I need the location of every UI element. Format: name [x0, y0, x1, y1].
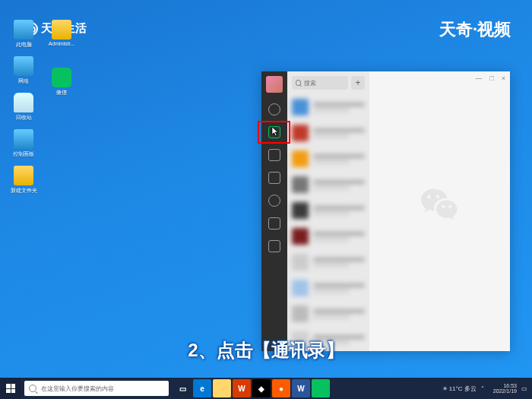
- desktop-icon-new-folder[interactable]: 新建文件夹: [5, 166, 43, 195]
- wps-icon[interactable]: W: [233, 379, 251, 397]
- desktop-icon-control-panel[interactable]: 控制面板: [5, 129, 43, 158]
- cursor-icon: [271, 126, 280, 137]
- list-item[interactable]: [287, 172, 369, 198]
- explorer-icon[interactable]: [213, 379, 231, 397]
- wechat-taskbar-icon[interactable]: [312, 379, 330, 397]
- app2-icon[interactable]: ●: [272, 379, 290, 397]
- close-button[interactable]: ×: [502, 74, 505, 82]
- phone-icon[interactable]: [268, 240, 280, 252]
- favorites-icon[interactable]: [268, 149, 280, 161]
- task-view-icon[interactable]: ▭: [173, 379, 192, 397]
- pinned-apps: ▭ e W ◆ ● W: [173, 379, 330, 397]
- folder-icon: [14, 166, 33, 185]
- chat-main-panel: — □ ×: [369, 71, 510, 351]
- weather-widget[interactable]: ☀ 11°C 多云: [442, 385, 477, 393]
- start-button[interactable]: [0, 378, 21, 399]
- wechat-watermark-icon: [417, 183, 463, 239]
- edge-icon[interactable]: e: [193, 379, 211, 397]
- minimize-button[interactable]: —: [475, 74, 482, 82]
- network-icon: [14, 56, 33, 76]
- desktop-icon-wechat[interactable]: 微信: [43, 68, 81, 97]
- user-folder-icon: [52, 20, 71, 40]
- maximize-button[interactable]: □: [489, 74, 493, 82]
- desktop-icon-recycle-bin[interactable]: 回收站: [5, 93, 43, 122]
- watermark-right: 天奇·视频: [439, 18, 511, 41]
- taskbar-search-placeholder: 在这里输入你要搜索的内容: [41, 385, 114, 393]
- list-item[interactable]: [287, 120, 369, 146]
- chat-items[interactable]: [287, 94, 369, 351]
- chat-icon[interactable]: [268, 103, 280, 116]
- search-icon: [29, 385, 36, 392]
- list-item[interactable]: [287, 223, 369, 249]
- system-tray: ☀ 11°C 多云 ˄ 16:53 2022/1/19 ▭: [442, 383, 533, 394]
- window-controls: — □ ×: [475, 74, 505, 82]
- pc-icon: [14, 20, 33, 40]
- mini-program-icon[interactable]: [268, 217, 280, 230]
- desktop-icon-network[interactable]: 网络: [5, 56, 43, 85]
- chat-list-panel: +: [287, 71, 369, 351]
- word-icon[interactable]: W: [292, 379, 310, 397]
- app-icon[interactable]: ◆: [252, 379, 271, 397]
- clock[interactable]: 16:53 2022/1/19: [493, 383, 517, 394]
- search-field[interactable]: [304, 80, 344, 87]
- list-item[interactable]: [287, 94, 369, 120]
- list-item[interactable]: [287, 275, 369, 301]
- tray-chevron-icon[interactable]: ˄: [481, 385, 484, 392]
- wechat-window: ≡ + — □ ×: [261, 71, 510, 351]
- tutorial-caption: 2、点击【通讯录】: [188, 338, 344, 363]
- wechat-icon: [52, 68, 71, 87]
- taskbar-search[interactable]: 在这里输入你要搜索的内容: [24, 381, 169, 396]
- recycle-bin-icon: [14, 93, 33, 112]
- moments-icon[interactable]: [268, 195, 280, 207]
- desktop-icons-col2: Administr... 微信: [43, 20, 134, 104]
- windows-icon: [6, 384, 15, 393]
- files-icon[interactable]: [268, 172, 280, 184]
- desktop: 天奇生活 天奇·视频 此电脑 网络 回收站 控制面板 新建文件夹 Adminis…: [0, 0, 532, 399]
- list-item[interactable]: [287, 198, 369, 223]
- list-item[interactable]: [287, 249, 369, 275]
- desktop-icon-this-pc[interactable]: 此电脑: [5, 20, 43, 49]
- chat-list-header: +: [287, 71, 369, 94]
- add-button[interactable]: +: [351, 76, 365, 90]
- list-item[interactable]: [287, 301, 369, 327]
- search-icon: [296, 80, 301, 86]
- notifications-icon[interactable]: ▭: [521, 385, 527, 392]
- app-sidebar: ≡: [261, 71, 287, 351]
- desktop-icon-admin[interactable]: Administr...: [43, 20, 81, 46]
- avatar[interactable]: [266, 76, 283, 93]
- taskbar: 在这里输入你要搜索的内容 ▭ e W ◆ ● W ☀ 11°C 多云 ˄ 16:…: [0, 378, 532, 399]
- list-item[interactable]: [287, 146, 369, 172]
- control-panel-icon: [14, 129, 33, 149]
- search-input[interactable]: [292, 76, 348, 90]
